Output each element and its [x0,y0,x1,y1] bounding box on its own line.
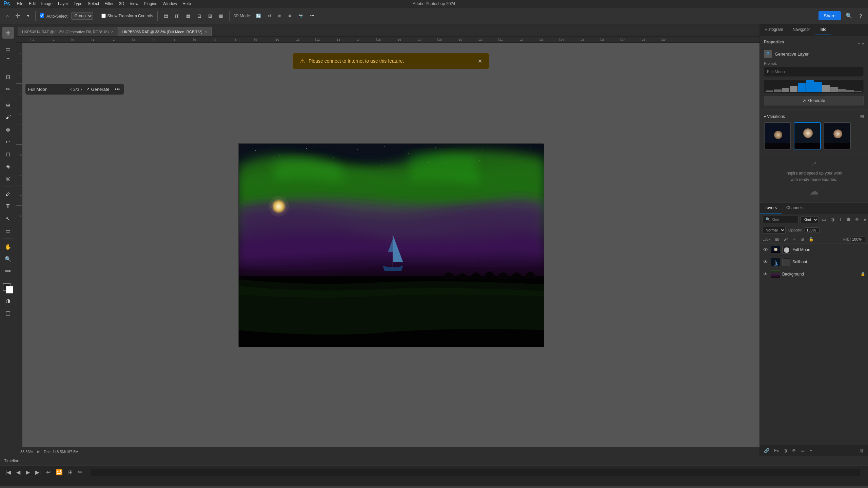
menu-view[interactable]: View [130,1,138,6]
tab-close-2[interactable]: ✕ [204,30,207,34]
fill-input[interactable] [850,237,865,242]
auto-select-checkbox[interactable] [40,13,44,18]
zoom-tool[interactable]: 🔍 [2,253,14,265]
filter-adjust-btn[interactable]: ◑ [829,216,836,223]
brush-tool[interactable]: 🖌 [2,111,14,123]
variation-3[interactable] [824,122,851,149]
new-layer-btn[interactable]: + [808,447,813,454]
transform-controls-label[interactable]: Show Transform Controls [101,14,153,18]
lasso-tool[interactable]: ⌒ [2,55,14,67]
layers-search-input[interactable] [772,218,795,222]
layer-effects-btn[interactable]: Fx [773,447,780,454]
more-options-generate-button[interactable]: ••• [114,85,121,93]
generate-right-button[interactable]: ↗ Generate [764,96,864,105]
variations-grid-icon[interactable]: ⊞ [860,114,864,119]
tab-navigator[interactable]: Navigator [788,24,815,35]
3d-mode-btn-3[interactable]: ⊕ [276,12,283,20]
color-chips[interactable] [2,283,14,294]
layer-adjustment-btn[interactable]: ⊕ [791,447,797,454]
variation-1[interactable] [764,122,791,149]
path-selection-tool[interactable]: ↖ [2,213,14,224]
menu-plugins[interactable]: Plugins [144,1,157,6]
share-button[interactable]: Share [818,11,841,20]
align-btn-3[interactable]: ▦ [184,12,193,20]
timeline-track[interactable] [91,469,860,476]
history-brush-tool[interactable]: ↩ [2,136,14,147]
timeline-play-btn[interactable]: ▶ [24,468,31,476]
filter-shape-btn[interactable]: ⬟ [845,216,852,223]
filter-smart-btn[interactable]: ⊕ [854,216,860,223]
next-variation-button[interactable]: › [81,86,82,92]
background-color[interactable] [6,286,13,293]
layer-item-sailboat[interactable]: 👁 [760,256,868,268]
layer-visibility-background[interactable]: 👁 [763,271,769,277]
menu-image[interactable]: Image [41,1,53,6]
menu-help[interactable]: Help [182,1,191,6]
layer-item-full-moon[interactable]: 👁 Full Moon [760,244,868,256]
layer-link-btn[interactable]: 🔗 [763,447,771,454]
align-btn-1[interactable]: ▤ [162,12,170,20]
selection-tool[interactable]: ▭ [2,43,14,55]
home-button[interactable]: ⌂ [4,12,11,20]
properties-collapse-btn[interactable]: − [857,41,860,45]
filter-toggle-btn[interactable]: ● [862,216,868,223]
spot-healing-tool[interactable]: ⊕ [2,99,14,111]
app-logo[interactable]: Ps [3,1,10,7]
menu-filter[interactable]: Filter [104,1,114,6]
move-tool-button[interactable]: ✛ [13,11,22,21]
filter-type-btn[interactable]: T [838,216,843,223]
timeline-render-btn[interactable]: ✏ [77,468,84,476]
timeline-last-btn[interactable]: ↩ [45,468,52,476]
distribute-btn-3[interactable]: ⊠ [217,12,225,20]
tab-histogram[interactable]: Histogram [760,24,788,35]
crop-tool[interactable]: ⊡ [2,71,14,83]
distribute-btn-2[interactable]: ⊞ [206,12,214,20]
move-tool[interactable]: ✛ [2,27,14,39]
menu-edit[interactable]: Edit [29,1,36,6]
blend-mode-select[interactable]: Normal Multiply Screen Overlay [763,227,786,233]
timeline-options-btn[interactable]: ⊞ [67,468,74,476]
prev-variation-button[interactable]: ‹ [70,86,72,92]
properties-menu-btn[interactable]: ≡ [862,41,864,45]
pen-tool[interactable]: 🖊 [2,188,14,200]
lock-artboard-btn[interactable]: ⊞ [800,237,805,242]
tab-generative-fill[interactable]: HKPS4614.RAF @ 112% (Generative Fill, RG… [18,27,118,36]
menu-select[interactable]: Select [88,1,99,6]
generate-button[interactable]: ↗ Generate [83,85,112,93]
screen-mode-btn[interactable]: ▢ [2,307,14,319]
extra-tools-btn[interactable]: ••• [2,265,14,277]
prompt-input-field[interactable] [764,67,864,77]
3d-mode-btn-1[interactable]: 🔄 [254,12,263,20]
layer-mask-btn[interactable]: ◑ [782,447,789,454]
tab-full-moon[interactable]: HKPB6086.RAF @ 33.3% (Full Moon, RGB/16*… [118,27,212,36]
variation-2[interactable] [794,122,821,149]
layers-tab-layers[interactable]: Layers [760,203,782,214]
menu-window[interactable]: Window [163,1,177,6]
opacity-input[interactable] [805,227,820,233]
layers-tab-channels[interactable]: Channels [782,203,808,214]
tab-info[interactable]: Info [815,24,831,35]
hand-tool[interactable]: ✋ [2,241,14,252]
menu-layer[interactable]: Layer [58,1,68,6]
clone-stamp-tool[interactable]: ⊗ [2,124,14,135]
menu-file[interactable]: File [17,1,23,6]
3d-mode-btn-2[interactable]: ↺ [266,12,273,20]
layer-visibility-full-moon[interactable]: 👁 [763,247,769,252]
type-tool[interactable]: T [2,201,14,212]
auto-select-dropdown[interactable]: Group Layer [71,12,93,20]
menu-3d[interactable]: 3D [119,1,124,6]
layer-group-btn[interactable]: ▭ [799,447,806,454]
dodge-tool[interactable]: ◎ [2,172,14,184]
search-button[interactable]: 🔍 [844,11,854,20]
move-tool-arrow[interactable]: ▾ [25,12,31,20]
lock-position-btn[interactable]: ✛ [791,237,797,242]
menu-type[interactable]: Type [74,1,82,6]
alert-close-button[interactable]: ✕ [478,58,482,64]
status-arrow[interactable]: ▶ [37,449,40,454]
3d-mode-btn-4[interactable]: ⊗ [286,12,294,20]
timeline-prev-btn[interactable]: ◀ [15,468,22,476]
eraser-tool[interactable]: ◻ [2,148,14,160]
eyedropper-tool[interactable]: ✏ [2,83,14,95]
timeline-loop-btn[interactable]: 🔁 [55,468,64,476]
distribute-btn-1[interactable]: ⊟ [195,12,203,20]
